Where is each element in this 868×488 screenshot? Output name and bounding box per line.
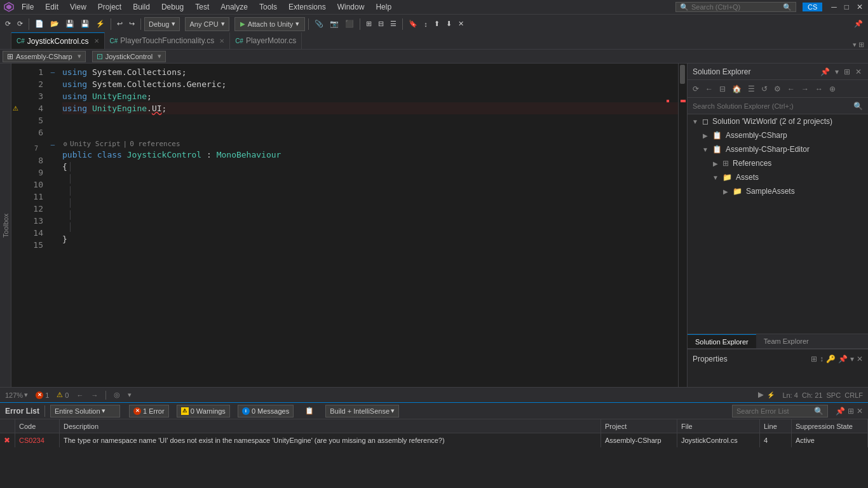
menu-extensions[interactable]: Extensions (283, 1, 331, 13)
more-icon[interactable]: ▾ (834, 66, 840, 78)
new-file-btn[interactable]: 📄 (32, 18, 46, 29)
el-copy-btn[interactable]: 📋 (302, 405, 316, 416)
toolbar-nav1[interactable]: ⊞ (363, 18, 374, 29)
menu-debug[interactable]: Debug (156, 1, 189, 13)
save-all-btn[interactable]: 💾 (78, 18, 92, 29)
error-count[interactable]: ✕ 1 (36, 391, 49, 399)
debug-config-dropdown[interactable]: Debug ▾ (144, 17, 180, 31)
toolbar-btn7[interactable]: ⬛ (342, 18, 356, 29)
ptab-team-explorer[interactable]: Team Explorer (756, 334, 817, 348)
menu-view[interactable]: View (65, 1, 92, 13)
tree-references[interactable]: ▶ ⊞ References (688, 156, 868, 170)
tree-sample-assets[interactable]: ▶ 📁 SampleAssets (688, 184, 868, 198)
tab-player-touch[interactable]: C# PlayerTouchFunctionality.cs ✕ (105, 32, 231, 49)
attach-to-unity-btn[interactable]: ▶ Attach to Unity ▾ (234, 17, 306, 31)
nav-fwd-btn[interactable]: → (91, 391, 98, 399)
warning-badge[interactable]: ⚠ 0 Warnings (177, 405, 230, 417)
el-search-input[interactable] (736, 407, 813, 415)
warning-count[interactable]: ⚠ 0 (57, 391, 69, 399)
toolbox-tab[interactable] (0, 32, 11, 49)
code-content[interactable]: using System.Collections; using System.C… (57, 64, 678, 387)
menu-analyze[interactable]: Analyze (215, 1, 253, 13)
menu-search-box[interactable]: 🔍 🔍 (675, 2, 796, 12)
error-row-1[interactable]: ✖ CS0234 The type or namespace name 'UI'… (0, 433, 868, 447)
se-nav-back-btn[interactable]: ← (785, 83, 797, 95)
undo-btn[interactable]: ↩ (114, 18, 125, 29)
message-badge[interactable]: i 0 Messages (238, 405, 294, 417)
el-pin-icon[interactable]: 📌 (836, 407, 845, 416)
float-icon[interactable]: ⊞ (843, 66, 851, 78)
open-btn[interactable]: 📂 (48, 18, 62, 29)
pin-btn[interactable]: 📌 (851, 18, 865, 29)
forward-btn[interactable]: ⟳ (15, 18, 25, 29)
se-collapse-btn[interactable]: ⊟ (717, 83, 728, 95)
col-line-header[interactable]: Line (760, 419, 792, 433)
tree-assets[interactable]: ▼ 📁 Assets (688, 170, 868, 184)
close-panel-icon[interactable]: ✕ (854, 66, 863, 78)
zoom-control[interactable]: 127% ▾ (5, 391, 28, 399)
tab-player-motor[interactable]: C# PlayerMotor.cs (230, 32, 302, 49)
se-search-icon[interactable]: 🔍 (853, 102, 863, 111)
col-file-header[interactable]: File (677, 419, 760, 433)
nav-back-btn[interactable]: ← (76, 391, 83, 399)
pin-icon[interactable]: 📌 (819, 66, 831, 78)
tab-close2-icon[interactable]: ✕ (219, 37, 224, 44)
error-badge[interactable]: ✕ 1 Error (129, 405, 169, 417)
toolbar-mark5[interactable]: ✕ (456, 18, 466, 29)
se-nav-fwd-btn[interactable]: → (799, 83, 811, 95)
toolbar-mark3[interactable]: ⬆ (431, 18, 442, 29)
menu-project[interactable]: Project (93, 1, 126, 13)
se-back-btn[interactable]: ← (703, 83, 715, 95)
props-close-icon[interactable]: ✕ (857, 355, 863, 363)
menu-help[interactable]: Help (370, 1, 397, 13)
menu-tools[interactable]: Tools (254, 1, 282, 13)
back-btn[interactable]: ⟳ (3, 18, 13, 29)
props-arrow-icon[interactable]: ▾ (850, 355, 854, 363)
se-sync-btn[interactable]: ⟳ (690, 83, 702, 95)
scrollbar-thumb[interactable] (680, 65, 685, 84)
menu-window[interactable]: Window (332, 1, 370, 13)
el-close-icon[interactable]: ✕ (857, 407, 863, 416)
el-filter-dropdown[interactable]: Entire Solution ▾ (50, 405, 120, 417)
tree-assembly-editor[interactable]: ▼ 📋 Assembly-CSharp-Editor (688, 142, 868, 156)
tree-solution[interactable]: ▼ ◻ Solution 'WizWorld' (2 of 2 projects… (688, 114, 868, 128)
toolbar-nav3[interactable]: ☰ (388, 18, 399, 29)
props-pin-icon[interactable]: 📌 (838, 355, 848, 363)
menu-file[interactable]: File (17, 1, 39, 13)
props-grid-icon[interactable]: ⊞ (811, 355, 817, 363)
toolbar-nav2[interactable]: ⊟ (376, 18, 386, 29)
props-filter-icon[interactable]: 🔑 (826, 355, 836, 363)
toolbox-panel[interactable]: Toolbox (0, 64, 11, 387)
platform-dropdown[interactable]: Any CPU ▾ (185, 17, 229, 31)
toolbar-btn5[interactable]: 📎 (312, 18, 326, 29)
extra-btn[interactable]: ⚡ (93, 18, 107, 29)
col-desc-header[interactable]: Description (60, 419, 601, 433)
tab-close-icon[interactable]: ✕ (94, 37, 99, 44)
se-refresh-btn[interactable]: ↺ (759, 83, 770, 95)
ptab-solution-explorer[interactable]: Solution Explorer (688, 334, 756, 348)
action-btn[interactable]: ◎ (114, 391, 120, 399)
build-filter-dropdown[interactable]: Build + IntelliSense ▾ (325, 405, 399, 417)
class-dropdown[interactable]: ⊡ JoystickControl ▾ (92, 51, 166, 62)
se-extra-btn[interactable]: ↔ (813, 83, 825, 95)
col-suppression-header[interactable]: Suppression State (792, 419, 868, 433)
tree-assembly-csharp[interactable]: ▶ 📋 Assembly-CSharp (688, 128, 868, 142)
close-button[interactable]: ✕ (854, 3, 865, 11)
namespace-dropdown[interactable]: ⊞ Assembly-CSharp ▾ (3, 51, 86, 62)
toolbar-mark1[interactable]: 🔖 (406, 18, 420, 29)
props-sort-icon[interactable]: ↕ (820, 355, 824, 363)
fold-7[interactable]: ─ (48, 139, 57, 151)
se-home-btn[interactable]: 🏠 (729, 83, 744, 95)
se-extra2-btn[interactable]: ⊕ (827, 83, 838, 95)
editor-scrollbar[interactable] (678, 64, 687, 387)
se-filter-btn[interactable]: ☰ (745, 83, 757, 95)
tab-joystick-control[interactable]: C# JoystickControl.cs ✕ (11, 32, 105, 49)
tab-more-btn[interactable]: ▾ ⊞ (849, 41, 868, 49)
menu-build[interactable]: Build (128, 1, 155, 13)
redo-btn[interactable]: ↪ (126, 18, 137, 29)
toolbar-mark4[interactable]: ⬇ (444, 18, 454, 29)
el-search-box[interactable]: 🔍 (732, 405, 828, 417)
col-code-header[interactable]: Code (15, 419, 60, 433)
se-search-input[interactable] (693, 102, 851, 110)
toolbar-mark2[interactable]: ↕ (421, 19, 430, 29)
